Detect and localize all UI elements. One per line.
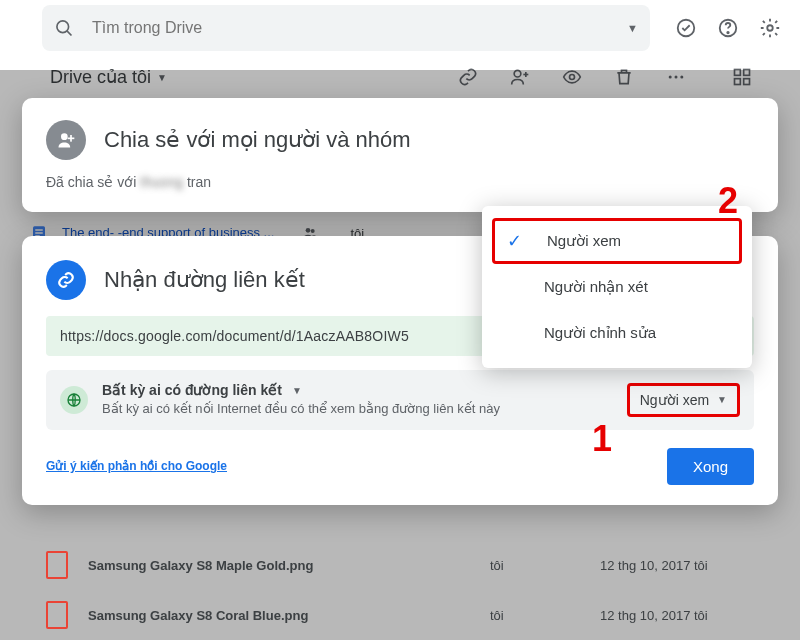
ready-offline-icon[interactable]	[674, 16, 698, 40]
annotation-marker-1: 1	[592, 418, 612, 460]
annotation-marker-2: 2	[718, 180, 738, 222]
check-icon: ✓	[507, 230, 531, 252]
done-button[interactable]: Xong	[667, 448, 754, 485]
file-row[interactable]: Samsung Galaxy S8 Maple Gold.png tôi 12 …	[30, 540, 770, 590]
svg-rect-25	[68, 138, 75, 140]
image-file-icon	[46, 601, 68, 629]
search-input[interactable]	[88, 19, 613, 37]
feedback-link[interactable]: Gửi ý kiến phản hồi cho Google	[46, 459, 227, 473]
get-link-title: Nhận đường liên kết	[104, 267, 305, 293]
svg-line-1	[67, 31, 71, 35]
globe-icon	[60, 386, 88, 414]
scope-dropdown[interactable]: Bất kỳ ai có đường liên kết ▼	[102, 382, 613, 398]
help-icon[interactable]	[716, 16, 740, 40]
file-list: Samsung Galaxy S8 Maple Gold.png tôi 12 …	[30, 540, 770, 640]
caret-down-icon[interactable]: ▼	[627, 22, 638, 34]
role-menu: ✓ Người xem ✓ Người nhận xét ✓ Người chỉ…	[482, 206, 752, 368]
link-icon	[46, 260, 86, 300]
svg-point-4	[727, 32, 728, 33]
share-title: Chia sẻ với mọi người và nhóm	[104, 127, 411, 153]
role-dropdown[interactable]: Người xem ▼	[627, 383, 740, 417]
search-icon	[54, 18, 74, 38]
role-menu-item-editor[interactable]: ✓ Người chỉnh sửa	[482, 310, 752, 356]
gear-icon[interactable]	[758, 16, 782, 40]
person-add-icon	[46, 120, 86, 160]
shared-with-text: Đã chia sẻ với thuong tran	[46, 174, 754, 190]
role-menu-item-viewer[interactable]: ✓ Người xem	[492, 218, 742, 264]
share-card: Chia sẻ với mọi người và nhóm Đã chia sẻ…	[22, 98, 778, 212]
svg-point-0	[57, 21, 69, 33]
top-bar: ▼	[0, 0, 800, 56]
image-file-icon	[46, 551, 68, 579]
permission-panel: Bất kỳ ai có đường liên kết ▼ Bất kỳ ai …	[46, 370, 754, 430]
caret-down-icon: ▼	[717, 394, 727, 405]
role-menu-item-commenter[interactable]: ✓ Người nhận xét	[482, 264, 752, 310]
svg-point-23	[61, 133, 68, 140]
file-row[interactable]: Samsung Galaxy S8 Coral Blue.png tôi 12 …	[30, 590, 770, 640]
svg-point-5	[767, 25, 773, 31]
caret-down-icon: ▼	[292, 385, 302, 396]
top-icons	[674, 16, 790, 40]
search-box[interactable]: ▼	[42, 5, 650, 51]
scope-description: Bất kỳ ai có kết nối Internet đều có thể…	[102, 400, 572, 418]
